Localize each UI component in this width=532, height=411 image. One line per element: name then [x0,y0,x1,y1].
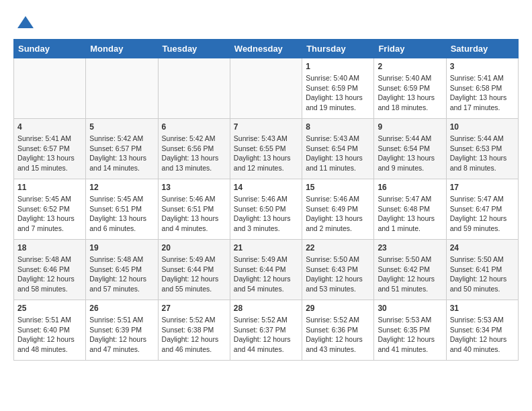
calendar-cell: 13Sunrise: 5:46 AMSunset: 6:51 PMDayligh… [158,179,230,240]
calendar-body: 1Sunrise: 5:40 AMSunset: 6:59 PMDaylight… [14,58,519,361]
day-info-line: and 57 minutes. [89,284,154,294]
day-info-line: Daylight: 13 hours [378,93,442,103]
day-header-friday: Friday [374,40,446,58]
calendar-cell [86,58,158,119]
day-info-line: and 8 minutes. [450,163,515,173]
day-info-line: and 55 minutes. [162,284,226,294]
day-info-line: and 47 minutes. [89,345,154,355]
day-number: 24 [450,243,515,253]
day-info-line: and 19 minutes. [306,103,370,113]
day-info-line: Sunset: 6:47 PM [450,204,515,214]
day-info-line: Sunrise: 5:52 AM [234,315,298,325]
day-number: 25 [17,304,82,313]
day-info-line: Sunrise: 5:49 AM [162,255,226,265]
day-info-line: and 50 minutes. [450,284,515,294]
day-number: 4 [17,122,82,132]
day-info-line: Sunset: 6:41 PM [450,265,515,275]
day-info-line: Sunset: 6:51 PM [89,204,154,214]
calendar-cell: 29Sunrise: 5:52 AMSunset: 6:36 PMDayligh… [302,300,374,361]
day-info-line: Sunset: 6:34 PM [450,325,515,335]
day-info-line: and 51 minutes. [378,284,442,294]
day-info-line: Sunset: 6:37 PM [234,325,298,335]
day-info-line: and 2 minutes. [306,224,370,234]
day-info-line: and 43 minutes. [306,345,370,355]
day-info-line: Daylight: 13 hours [234,153,298,163]
day-info-line: Sunset: 6:59 PM [378,83,442,93]
day-number: 13 [162,183,226,192]
day-info-line: Sunset: 6:50 PM [234,204,298,214]
calendar-cell: 1Sunrise: 5:40 AMSunset: 6:59 PMDaylight… [302,58,374,119]
day-info-line: Daylight: 12 hours [162,274,226,284]
day-info-line: and 12 minutes. [234,163,298,173]
calendar-cell [14,58,86,119]
day-info-line: Sunrise: 5:42 AM [162,134,226,144]
day-number: 11 [17,183,82,192]
day-info-line: Daylight: 12 hours [306,334,370,345]
logo [13,13,35,32]
day-info-line: Sunrise: 5:50 AM [450,255,515,265]
day-info-line: Sunrise: 5:53 AM [378,315,442,325]
calendar-cell: 20Sunrise: 5:49 AMSunset: 6:44 PMDayligh… [158,240,230,300]
day-header-tuesday: Tuesday [158,40,230,58]
calendar-cell: 10Sunrise: 5:44 AMSunset: 6:53 PMDayligh… [446,119,518,179]
day-info-line: Daylight: 13 hours [162,214,226,224]
day-info-line: Sunrise: 5:52 AM [306,315,370,325]
calendar-header: SundayMondayTuesdayWednesdayThursdayFrid… [14,40,519,58]
day-info-line: and 13 minutes. [162,163,226,173]
day-info-line: Sunset: 6:49 PM [306,204,370,214]
day-info-line: Sunset: 6:44 PM [234,265,298,275]
day-info-line: Sunrise: 5:46 AM [234,194,298,204]
day-number: 30 [378,304,442,313]
calendar-week-4: 18Sunrise: 5:48 AMSunset: 6:46 PMDayligh… [14,240,519,300]
day-info-line: Daylight: 13 hours [17,214,82,224]
day-info-line: Sunset: 6:40 PM [17,325,82,335]
day-info-line: Sunset: 6:56 PM [162,144,226,154]
day-info-line: Daylight: 13 hours [450,153,515,163]
calendar-cell: 11Sunrise: 5:45 AMSunset: 6:52 PMDayligh… [14,179,86,240]
day-number: 23 [378,243,442,253]
day-info-line: Sunrise: 5:49 AM [234,255,298,265]
logo-icon [16,13,35,32]
day-info-line: Daylight: 13 hours [89,214,154,224]
day-info-line: Sunrise: 5:51 AM [17,315,82,325]
day-info-line: Daylight: 12 hours [306,274,370,284]
day-number: 6 [162,122,226,132]
day-info-line: and 40 minutes. [450,345,515,355]
day-info-line: and 17 minutes. [450,103,515,113]
calendar-week-5: 25Sunrise: 5:51 AMSunset: 6:40 PMDayligh… [14,300,519,361]
day-info-line: Sunset: 6:46 PM [17,265,82,275]
day-number: 31 [450,304,515,313]
day-info-line: Daylight: 12 hours [17,334,82,345]
calendar-table: SundayMondayTuesdayWednesdayThursdayFrid… [13,39,519,361]
day-info-line: Daylight: 13 hours [378,153,442,163]
day-number: 10 [450,122,515,132]
day-number: 21 [234,243,298,253]
day-info-line: Sunset: 6:44 PM [162,265,226,275]
day-info-line: Sunset: 6:39 PM [89,325,154,335]
day-info-line: Sunset: 6:43 PM [306,265,370,275]
calendar-cell: 7Sunrise: 5:43 AMSunset: 6:55 PMDaylight… [230,119,302,179]
day-number: 26 [89,304,154,313]
day-info-line: and 11 minutes. [306,163,370,173]
day-number: 5 [89,122,154,132]
calendar-cell: 4Sunrise: 5:41 AMSunset: 6:57 PMDaylight… [14,119,86,179]
day-info-line: Sunset: 6:57 PM [17,144,82,154]
calendar-cell: 18Sunrise: 5:48 AMSunset: 6:46 PMDayligh… [14,240,86,300]
day-info-line: Sunrise: 5:46 AM [162,194,226,204]
calendar-cell: 2Sunrise: 5:40 AMSunset: 6:59 PMDaylight… [374,58,446,119]
day-info-line: and 6 minutes. [89,224,154,234]
calendar-cell: 8Sunrise: 5:43 AMSunset: 6:54 PMDaylight… [302,119,374,179]
day-number: 17 [450,183,515,192]
day-info-line: Daylight: 13 hours [162,153,226,163]
day-info-line: and 54 minutes. [234,284,298,294]
day-info-line: Sunrise: 5:50 AM [378,255,442,265]
calendar-cell: 5Sunrise: 5:42 AMSunset: 6:57 PMDaylight… [86,119,158,179]
calendar-cell: 17Sunrise: 5:47 AMSunset: 6:47 PMDayligh… [446,179,518,240]
day-info-line: Sunset: 6:35 PM [378,325,442,335]
calendar-cell [158,58,230,119]
calendar-week-3: 11Sunrise: 5:45 AMSunset: 6:52 PMDayligh… [14,179,519,240]
calendar-cell: 22Sunrise: 5:50 AMSunset: 6:43 PMDayligh… [302,240,374,300]
day-info-line: Sunrise: 5:44 AM [378,134,442,144]
day-info-line: Sunset: 6:54 PM [378,144,442,154]
day-info-line: and 3 minutes. [234,224,298,234]
